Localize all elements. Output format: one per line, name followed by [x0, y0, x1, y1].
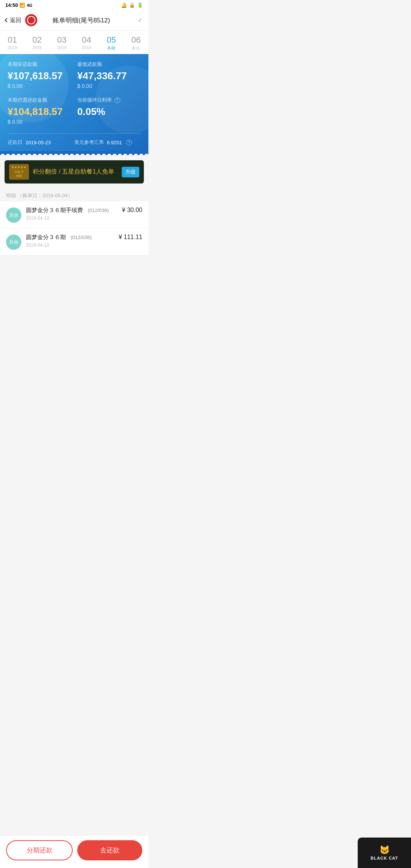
tx-date-1: 2019-04-10	[26, 243, 142, 248]
tab-month-01-num: 01	[8, 36, 17, 44]
min-label: 最低还款额	[77, 61, 141, 68]
tab-month-01-year: 2019	[8, 45, 17, 50]
tx-category-icon-0: 其他	[6, 207, 21, 223]
signal-icon: 📶	[19, 3, 25, 8]
back-label: 返回	[10, 17, 21, 24]
usd-rate-item: 美元参考汇率 6.9201 ?	[74, 139, 141, 146]
tab-month-06[interactable]: 06 未出	[131, 36, 140, 51]
check-icon[interactable]: ✓	[137, 16, 143, 24]
status-time: 14:50	[5, 2, 18, 8]
tab-month-01[interactable]: 01 2019	[8, 36, 17, 51]
summary-card: 本期应还款额 ¥107,618.57 $ 0.00 最低还款额 ¥47,336.…	[0, 54, 148, 151]
usd-rate-value: 6.9201	[107, 140, 122, 145]
rate-label: 当前循环日利率 ?	[77, 97, 141, 104]
tab-month-04[interactable]: 04 2019	[82, 36, 91, 51]
bottom-spacer	[0, 255, 148, 290]
remain-amount-cny: ¥104,818.57	[8, 107, 71, 116]
tab-month-06-year: 未出	[131, 45, 140, 51]
usd-rate-label: 美元参考汇率	[74, 139, 104, 146]
back-button[interactable]: 返回	[5, 17, 21, 24]
tx-body-1: 圆梦金分３６期 (012/036) ¥ 111.11 2019-04-10	[26, 234, 142, 248]
rate-col: 当前循环日利率 ? 0.05%	[71, 97, 141, 131]
battery-icon: 🔋	[137, 2, 143, 8]
usd-rate-question-icon[interactable]: ?	[126, 140, 132, 145]
remain-amount-usd: $ 0.00	[8, 119, 71, 125]
tab-month-04-num: 04	[82, 36, 91, 44]
tx-title-row-1: 圆梦金分３６期 (012/036) ¥ 111.11	[26, 234, 142, 241]
tx-name-1: 圆梦金分３６期 (012/036)	[26, 234, 92, 241]
remain-label: 本期仍需还款金额	[8, 97, 71, 104]
status-left: 14:50 📶 4G	[5, 2, 32, 8]
min-amount-usd: $ 0.00	[77, 83, 141, 89]
zigzag-edge	[0, 151, 148, 156]
tab-month-06-num: 06	[131, 36, 140, 44]
tx-title-row-0: 圆梦金分３６期手续费 (012/036) ¥ 30.00	[26, 207, 142, 214]
tx-name-0: 圆梦金分３６期手续费 (012/036)	[26, 207, 109, 214]
banner-ad[interactable]: ★★★★★ 白金卡特权 积分翻倍 / 五星自助餐1人免单 升级	[5, 160, 144, 183]
due-amount-col: 本期应还款额 ¥107,618.57 $ 0.00	[8, 61, 71, 95]
tx-body-0: 圆梦金分３６期手续费 (012/036) ¥ 30.00 2019-04-10	[26, 207, 142, 221]
card-divider	[8, 133, 141, 134]
due-label: 本期应还款额	[8, 61, 71, 68]
tab-month-03-year: 2019	[57, 45, 66, 50]
banner-upgrade-button[interactable]: 升级	[122, 167, 139, 177]
repay-date-label: 还款日	[8, 139, 22, 146]
tx-amount-0: ¥ 30.00	[122, 207, 142, 214]
card-footer: 还款日 2019-05-23 美元参考汇率 6.9201 ?	[8, 139, 141, 146]
tx-category-icon-1: 其他	[6, 235, 21, 250]
remain-amount-col: 本期仍需还款金额 ¥104,818.57 $ 0.00	[8, 97, 71, 131]
bell-icon: 🔔	[121, 2, 127, 8]
tab-month-03-num: 03	[57, 36, 66, 44]
tab-month-02-year: 2019	[32, 45, 41, 50]
transaction-item[interactable]: 其他 圆梦金分３６期手续费 (012/036) ¥ 30.00 2019-04-…	[0, 201, 148, 228]
detail-label: 明细	[6, 193, 16, 198]
tab-month-05-year: 本期	[107, 45, 116, 51]
back-arrow-icon	[5, 18, 9, 22]
tab-month-02-num: 02	[32, 36, 41, 44]
page-title: 账单明细(尾号8512)	[25, 16, 137, 25]
banner-stars-row: ★★★★★	[11, 166, 27, 169]
detail-date-hint: （账单日：2019-05-04）	[18, 193, 73, 198]
transaction-list: 其他 圆梦金分３６期手续费 (012/036) ¥ 30.00 2019-04-…	[0, 201, 148, 255]
min-amount-cny: ¥47,336.77	[77, 71, 141, 81]
due-amount-cny: ¥107,618.57	[8, 71, 71, 81]
header: 返回 账单明细(尾号8512) ✓	[0, 10, 148, 30]
tab-month-05-num: 05	[107, 36, 116, 44]
tab-month-02[interactable]: 02 2019	[32, 36, 41, 51]
tab-month-04-year: 2019	[82, 45, 91, 50]
card-row-2: 本期仍需还款金额 ¥104,818.57 $ 0.00 当前循环日利率 ? 0.…	[8, 97, 141, 131]
tab-month-03[interactable]: 03 2019	[57, 36, 66, 51]
min-amount-col: 最低还款额 ¥47,336.77 $ 0.00	[71, 61, 141, 95]
tx-date-0: 2019-04-10	[26, 215, 142, 221]
banner-stars-badge: ★★★★★ 白金卡特权	[9, 164, 29, 180]
transaction-item[interactable]: 其他 圆梦金分３６期 (012/036) ¥ 111.11 2019-04-10	[0, 228, 148, 255]
lock-icon: 🔒	[129, 2, 135, 8]
rate-value: 0.05%	[77, 107, 141, 116]
month-tabs: 01 2019 02 2019 03 2019 04 2019 05 本期 06…	[0, 30, 148, 54]
zigzag-wrapper	[0, 151, 148, 156]
rate-question-icon[interactable]: ?	[115, 97, 120, 103]
network-type: 4G	[27, 3, 32, 8]
status-bar: 14:50 📶 4G 🔔 🔒 🔋	[0, 0, 148, 10]
repay-date-value: 2019-05-23	[25, 140, 51, 145]
tab-month-05[interactable]: 05 本期	[107, 36, 116, 51]
status-right: 🔔 🔒 🔋	[121, 2, 143, 8]
banner-text: 积分翻倍 / 五星自助餐1人免单	[33, 168, 118, 176]
card-row-1: 本期应还款额 ¥107,618.57 $ 0.00 最低还款额 ¥47,336.…	[8, 61, 141, 95]
tx-amount-1: ¥ 111.11	[119, 234, 142, 241]
detail-header: 明细 （账单日：2019-05-04）	[0, 187, 148, 201]
repay-date-item: 还款日 2019-05-23	[8, 139, 74, 146]
banner-stars-label: 白金卡特权	[11, 170, 27, 178]
due-amount-usd: $ 0.00	[8, 83, 71, 89]
bank-logo-inner	[27, 16, 35, 24]
